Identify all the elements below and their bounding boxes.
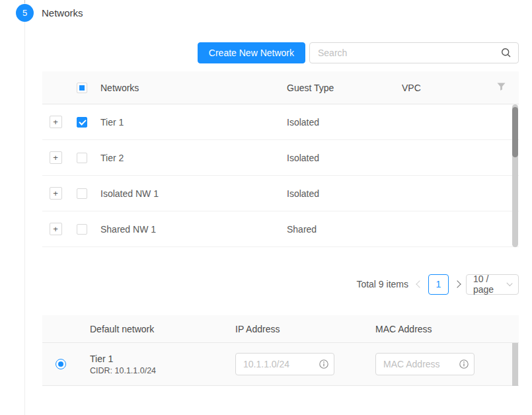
row-checkbox[interactable] bbox=[77, 188, 87, 199]
scrollbar-thumb[interactable] bbox=[512, 107, 518, 157]
info-icon[interactable] bbox=[319, 359, 328, 371]
filter-icon[interactable] bbox=[497, 83, 506, 93]
column-header-mac-address: MAC Address bbox=[365, 324, 519, 334]
networks-table: Networks Guest Type VPC + bbox=[42, 71, 519, 247]
search-icon[interactable] bbox=[501, 48, 512, 60]
row-checkbox[interactable] bbox=[77, 153, 87, 163]
step-title: Networks bbox=[42, 7, 83, 19]
expand-row-icon[interactable]: + bbox=[50, 151, 62, 164]
row-checkbox[interactable] bbox=[77, 224, 87, 235]
default-network-table-header: Default network IP Address MAC Address bbox=[42, 315, 519, 343]
expand-row-icon[interactable]: + bbox=[50, 116, 62, 128]
next-page-icon[interactable] bbox=[453, 280, 461, 287]
search-input[interactable] bbox=[309, 42, 519, 63]
default-network-row[interactable]: Tier 1 CIDR: 10.1.1.0/24 bbox=[42, 343, 519, 386]
total-items-label: Total 9 items bbox=[356, 279, 408, 289]
guest-type: Isolated bbox=[276, 117, 391, 128]
page-size-value: 10 / page bbox=[473, 274, 508, 295]
column-header-vpc: VPC bbox=[391, 83, 484, 93]
select-all-checkbox[interactable] bbox=[77, 83, 87, 93]
page-size-select[interactable]: 10 / page bbox=[466, 274, 519, 295]
toolbar: Create New Network bbox=[42, 42, 519, 63]
guest-type: Isolated bbox=[276, 188, 391, 199]
vertical-scrollbar[interactable] bbox=[512, 104, 518, 247]
vertical-scrollbar[interactable] bbox=[512, 343, 518, 386]
search-box bbox=[309, 42, 519, 63]
table-row[interactable]: + Isolated NW 1 Isolated bbox=[42, 176, 519, 211]
previous-page-icon[interactable] bbox=[416, 280, 423, 287]
info-icon[interactable] bbox=[459, 359, 469, 371]
page-number-button[interactable]: 1 bbox=[428, 274, 449, 295]
step-number-badge: 5 bbox=[16, 4, 34, 22]
default-network-radio[interactable] bbox=[56, 359, 66, 369]
add-instance-networks-step: 5 Networks Create New Network bbox=[0, 0, 532, 415]
network-name: Tier 2 bbox=[95, 153, 276, 163]
network-name: Isolated NW 1 bbox=[95, 188, 276, 199]
network-name: Shared NW 1 bbox=[95, 224, 276, 235]
network-name: Tier 1 bbox=[90, 354, 225, 364]
column-header-ip-address: IP Address bbox=[225, 324, 365, 334]
pagination: Total 9 items 1 10 / page bbox=[42, 274, 519, 295]
guest-type: Isolated bbox=[276, 153, 391, 163]
network-cidr: CIDR: 10.1.1.0/24 bbox=[90, 366, 225, 375]
networks-table-header: Networks Guest Type VPC bbox=[42, 71, 519, 104]
ip-address-field-wrapper bbox=[235, 353, 334, 375]
network-name: Tier 1 bbox=[95, 117, 276, 128]
guest-type: Shared bbox=[276, 224, 391, 235]
table-row[interactable]: + Shared NW 1 Shared bbox=[42, 211, 519, 247]
expand-row-icon[interactable]: + bbox=[50, 223, 62, 235]
row-checkbox[interactable] bbox=[77, 117, 87, 128]
expand-row-icon[interactable]: + bbox=[50, 187, 62, 200]
create-new-network-button[interactable]: Create New Network bbox=[198, 42, 305, 63]
mac-address-field-wrapper bbox=[375, 353, 475, 375]
column-header-networks: Networks bbox=[95, 83, 276, 93]
default-network-table: Default network IP Address MAC Address T… bbox=[42, 315, 519, 386]
column-header-default-network: Default network bbox=[79, 324, 225, 334]
step-connector-line bbox=[24, 0, 25, 415]
table-row[interactable]: + Tier 1 Isolated bbox=[42, 104, 519, 140]
previous-step-connector bbox=[24, 0, 25, 3]
step-number: 5 bbox=[22, 8, 27, 18]
table-row[interactable]: + Tier 2 Isolated bbox=[42, 140, 519, 176]
column-header-guest-type: Guest Type bbox=[276, 83, 391, 93]
networks-step-content: Create New Network Networks Guest bbox=[42, 42, 519, 386]
